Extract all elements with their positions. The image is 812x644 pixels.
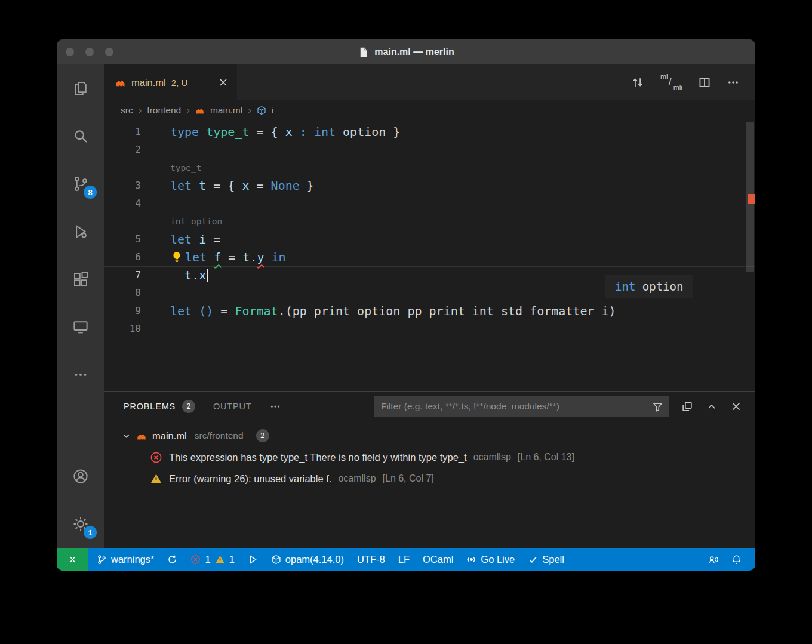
- feedback-icon: [708, 554, 718, 565]
- code-line[interactable]: 9let () = Format.(pp_print_option pp_pri…: [104, 302, 755, 320]
- activity-bar-more[interactable]: [57, 351, 104, 399]
- line-number: 2: [104, 141, 146, 159]
- code-text: t.x: [170, 266, 208, 284]
- status-go-live[interactable]: Go Live: [460, 548, 521, 571]
- inline-type-hint: type_t: [170, 159, 201, 177]
- type-hover-tooltip: int option: [605, 275, 693, 298]
- code-line[interactable]: 10: [104, 320, 755, 338]
- warning-icon: [150, 473, 162, 485]
- status-debug[interactable]: [241, 548, 264, 571]
- status-language[interactable]: OCaml: [416, 548, 460, 571]
- breadcrumb-frontend[interactable]: frontend: [147, 105, 181, 116]
- problems-file-path: src/frontend: [195, 430, 244, 441]
- inline-type-hint-row: type_t: [104, 159, 755, 177]
- problems-tree: main.ml src/frontend 2 This expression h…: [104, 421, 755, 489]
- line-number: 10: [104, 320, 146, 338]
- breadcrumb-symbol[interactable]: i: [272, 105, 273, 116]
- status-feedback[interactable]: [702, 548, 725, 571]
- extensions-icon: [72, 270, 90, 288]
- status-branch[interactable]: warnings*: [90, 548, 161, 571]
- more-panel-tabs-icon[interactable]: [269, 400, 281, 412]
- debug-icon: [248, 554, 258, 565]
- activity-badge: 8: [84, 186, 97, 199]
- chevron-down-icon[interactable]: [121, 431, 131, 441]
- view-toggle-icon[interactable]: [681, 400, 693, 412]
- line-number: 1: [104, 123, 146, 141]
- traffic-lights: [66, 39, 113, 64]
- problems-count-badge: 2: [182, 400, 195, 413]
- line-number: 9: [104, 302, 146, 320]
- close-panel-icon[interactable]: [730, 400, 742, 412]
- maximize-panel-icon[interactable]: [706, 400, 718, 412]
- activity-bar-search[interactable]: [57, 112, 104, 160]
- title-bar[interactable]: main.ml — merlin: [57, 39, 755, 64]
- editor[interactable]: 1type type_t = { x : int option }2type_t…: [104, 121, 755, 391]
- status-opam[interactable]: opam(4.14.0): [264, 548, 350, 571]
- breadcrumb: src › frontend › main.ml › i: [104, 100, 755, 121]
- code-text: let t = { x = None }: [170, 177, 314, 195]
- code-line[interactable]: 5let i =: [104, 230, 755, 248]
- code-line[interactable]: 1type type_t = { x : int option }: [104, 123, 755, 141]
- line-number: 7: [104, 266, 146, 284]
- filter-icon[interactable]: [652, 401, 663, 412]
- zoom-window-button[interactable]: [105, 48, 113, 56]
- ocaml-file-icon: [195, 106, 205, 115]
- activity-bar-remote-explorer[interactable]: [57, 303, 104, 351]
- problem-row-warning[interactable]: Error (warning 26): unused variable f.oc…: [104, 468, 755, 489]
- bell-icon: [731, 554, 742, 565]
- activity-bar-run-debug[interactable]: [57, 208, 104, 255]
- close-tab-icon[interactable]: [218, 77, 229, 88]
- problems-tab-label: PROBLEMS: [124, 402, 176, 411]
- symbol-cube-icon: [257, 106, 266, 115]
- branch-icon: [97, 554, 107, 565]
- status-problems-counts[interactable]: 11: [184, 548, 241, 571]
- split-editor-icon[interactable]: [698, 76, 711, 89]
- code-line[interactable]: 6let f = t.y in: [104, 248, 755, 266]
- sync-icon: [167, 554, 177, 565]
- ocaml-file-icon: [115, 77, 126, 88]
- more-icon: [72, 366, 90, 384]
- code-line[interactable]: 3let t = { x = None }: [104, 177, 755, 195]
- error-icon: [190, 554, 201, 565]
- line-number: 8: [104, 284, 146, 302]
- code-line[interactable]: 4: [104, 195, 755, 212]
- more-actions-icon[interactable]: [727, 76, 740, 89]
- code-line[interactable]: 2: [104, 141, 755, 159]
- activity-bar-account[interactable]: [57, 452, 104, 500]
- status-sync[interactable]: [161, 548, 184, 571]
- package-icon: [271, 554, 281, 565]
- breadcrumb-src[interactable]: src: [121, 105, 133, 116]
- problems-filter-input[interactable]: [381, 401, 652, 412]
- tab-main-ml[interactable]: main.ml 2, U: [104, 64, 237, 100]
- broadcast-icon: [466, 554, 476, 565]
- error-icon: [150, 451, 162, 464]
- problem-row-error[interactable]: This expression has type type_t There is…: [104, 446, 755, 468]
- vscode-window: main.ml — merlin 8 1 main.ml 2, U: [57, 39, 755, 571]
- status-eol[interactable]: LF: [392, 548, 416, 571]
- tab-output[interactable]: OUTPUT: [213, 402, 251, 411]
- line-number: 4: [104, 195, 146, 212]
- code-text: type type_t = { x : int option }: [170, 123, 400, 141]
- close-window-button[interactable]: [66, 48, 74, 56]
- run-debug-icon: [72, 223, 90, 241]
- code-text: let f = t.y in: [170, 248, 286, 266]
- switch-impl-intf-button[interactable]: ml/mli: [660, 73, 682, 92]
- tab-problems[interactable]: PROBLEMS 2: [124, 400, 195, 413]
- status-notifications[interactable]: [725, 548, 748, 571]
- activity-bar-extensions[interactable]: [57, 255, 104, 303]
- problem-message: This expression has type type_t There is…: [169, 452, 467, 463]
- status-remote[interactable]: [57, 548, 88, 571]
- minimize-window-button[interactable]: [85, 48, 94, 56]
- activity-bar-explorer[interactable]: [57, 64, 104, 112]
- open-changes-icon[interactable]: [631, 76, 644, 89]
- line-number: [104, 212, 146, 230]
- problems-filter[interactable]: [374, 396, 669, 417]
- activity-bar-source-control[interactable]: 8: [57, 160, 104, 208]
- window-title-text: main.ml — merlin: [374, 47, 454, 57]
- status-encoding[interactable]: UTF-8: [350, 548, 392, 571]
- activity-bar-settings[interactable]: 1: [57, 500, 104, 548]
- overview-ruler-error-mark: [748, 194, 755, 204]
- breadcrumb-file[interactable]: main.ml: [210, 105, 242, 116]
- problems-file-group[interactable]: main.ml src/frontend 2: [104, 425, 755, 446]
- status-spell[interactable]: Spell: [521, 548, 571, 571]
